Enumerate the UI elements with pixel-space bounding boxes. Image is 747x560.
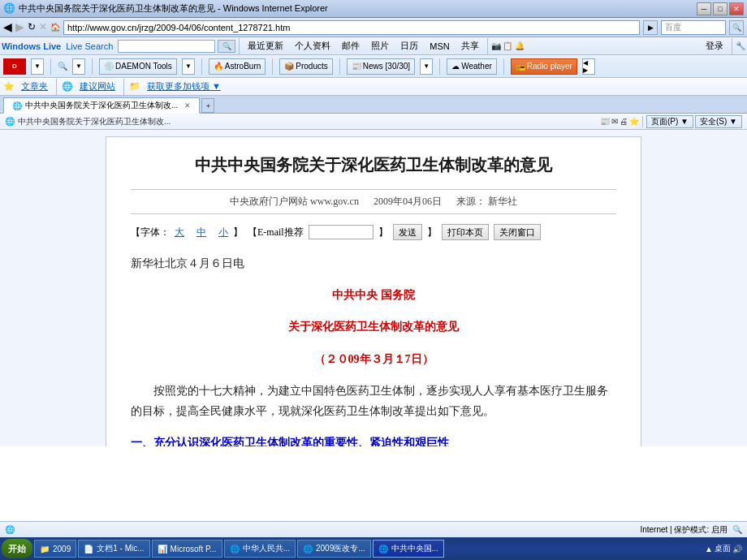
taskbar-item-ie1[interactable]: 🌐 中华人民共... (224, 540, 296, 558)
menu-mail[interactable]: 邮件 (337, 38, 365, 54)
refresh-icon[interactable]: ↻ (28, 21, 36, 33)
status-icon: 🌐 (5, 525, 15, 534)
maximize-button[interactable]: □ (713, 2, 728, 15)
live-search-button[interactable]: 🔍 (218, 40, 235, 53)
taskbar: 开始 📁 2009 📄 文档1 - Mic... 📊 Microsoft P..… (0, 537, 747, 560)
close-button[interactable]: ✕ (729, 2, 744, 15)
article-dispatch: 新华社北京４月６日电 (131, 253, 616, 274)
radio-dropdown[interactable]: ◀ ▶ (582, 58, 595, 75)
live-search-label: Live Search (66, 41, 113, 51)
menu-extra-icons: 🔧 (736, 41, 745, 50)
page-menu-button[interactable]: 页面(P) ▼ (646, 115, 693, 128)
taskbar-item-ppt[interactable]: 📊 Microsoft P... (152, 540, 222, 558)
font-small-link[interactable]: 小 (218, 226, 228, 239)
tray-arrow[interactable]: ▲ (705, 545, 713, 554)
menu-profile[interactable]: 个人资料 (290, 38, 335, 54)
window-controls[interactable]: ─ □ ✕ (697, 2, 744, 15)
search-dropdown[interactable]: ▼ (72, 58, 85, 75)
go-button[interactable]: ▶ (643, 20, 658, 35)
taskbar-item-folder[interactable]: 📁 2009 (34, 540, 76, 558)
bookmarks-folder[interactable]: 文章夹 (18, 80, 51, 93)
weather-button[interactable]: ☁ Weather (447, 58, 497, 75)
menu-icons: 📷 📋 🔔 (491, 41, 525, 50)
taskbar-item-ie3-active[interactable]: 🌐 中共中央国... (373, 540, 444, 558)
astroburn-button[interactable]: 🔥 AstroBurn (209, 58, 266, 75)
taskbar-item-ie2[interactable]: 🌐 2009医改专... (297, 540, 371, 558)
search-go-button[interactable]: 🔍 (729, 20, 744, 35)
print-button[interactable]: 打印本页 (442, 224, 489, 240)
article-tools: 【字体： 大 中 小 】 【E-mail推荐 】 发送 】 打印本页 关闭窗口 (131, 224, 616, 240)
print-icon[interactable]: 🖨 (620, 117, 628, 126)
start-button[interactable]: 开始 (2, 539, 32, 558)
taskbar-item-doc[interactable]: 📄 文档1 - Mic... (78, 540, 149, 558)
folder-icon: 📁 (129, 81, 140, 92)
tab-label: 中共中央国务院关于深化医药卫生体制改... (25, 100, 178, 111)
menu-calendar[interactable]: 日历 (395, 38, 423, 54)
new-tab-button[interactable]: + (201, 98, 214, 113)
active-tab[interactable]: 🌐 中共中央国务院关于深化医药卫生体制改... ✕ (3, 97, 200, 114)
article-title: 中共中央国务院关于深化医药卫生体制改革的意见 (131, 153, 616, 176)
info-bar: 🌐 中共中央国务院关于深化医药卫生体制改... 📰 ✉ 🖨 ⭐ 页面(P) ▼ … (0, 114, 747, 130)
article-meta: 中央政府门户网站 www.gov.cn 2009年04月06日 来源： 新华社 (131, 189, 616, 214)
radio-player-button[interactable]: 📻 Radio player (511, 58, 577, 75)
send-button[interactable]: 发送 (393, 224, 422, 240)
article-subtitle2: 关于深化医药卫生体制改革的意见 (131, 317, 616, 337)
menu-recent[interactable]: 最近更新 (243, 38, 288, 54)
close-window-button[interactable]: 关闭窗口 (494, 224, 541, 240)
addr-label: 🏠 (50, 23, 60, 32)
back-icon[interactable]: ◀ (3, 20, 12, 34)
task-ie1-icon: 🌐 (230, 545, 240, 554)
stop-icon[interactable]: ✕ (39, 21, 47, 33)
task-ppt-icon: 📊 (158, 545, 167, 554)
suggest-site[interactable]: 建议网站 (76, 80, 119, 93)
menu-login[interactable]: 登录 (701, 38, 728, 54)
bracket-close: 】 (378, 226, 388, 239)
news-button[interactable]: 📰 News [30/30] (347, 58, 415, 75)
menu-share[interactable]: 共享 (456, 38, 484, 54)
weather-icon: ☁ (451, 62, 460, 71)
task-doc-icon: 📄 (84, 545, 93, 554)
extra-toolbar: D ▼ 🔍 ▼ 💿 DAEMON Tools ▼ 🔥 AstroBurn 📦 P… (0, 55, 747, 78)
daemon-btn-dropdown[interactable]: ▼ (182, 58, 195, 75)
tab-close-button[interactable]: ✕ (184, 101, 191, 110)
star-icon[interactable]: ⭐ (629, 117, 639, 126)
safety-menu-button[interactable]: 安全(S) ▼ (695, 115, 742, 128)
window-title: 中共中央国务院关于深化医药卫生体制改革的意见 - Windows Interne… (19, 2, 697, 15)
rss-icon-small[interactable]: 📰 (600, 117, 610, 126)
address-input[interactable] (63, 20, 640, 35)
rss-icon: 📰 (352, 62, 361, 71)
daemon-icon: 💿 (104, 62, 114, 71)
daemon-tools-button[interactable]: 💿 DAEMON Tools (99, 58, 177, 75)
live-search-input[interactable] (118, 40, 215, 53)
page-title-bar: 中共中央国务院关于深化医药卫生体制改... (18, 116, 171, 127)
radio-icon: 📻 (516, 62, 525, 71)
menu-msn[interactable]: MSN (425, 40, 454, 53)
menu-photos[interactable]: 照片 (366, 38, 394, 54)
system-tray: ▲ 桌面 🔊 (702, 543, 745, 554)
page-icon: 🌐 (5, 117, 15, 126)
meta-source-label: 来源： (456, 196, 486, 207)
font-medium-link[interactable]: 中 (196, 226, 206, 239)
windows-live-logo: Windows Live (2, 41, 61, 51)
email-recommend-label: 【E-mail推荐 (248, 226, 304, 239)
bookmarks-icon: ⭐ (3, 81, 15, 92)
minimize-button[interactable]: ─ (697, 2, 711, 15)
news-dropdown[interactable]: ▼ (420, 58, 433, 75)
font-large-link[interactable]: 大 (175, 226, 184, 239)
tray-icon-small[interactable]: 🔊 (732, 545, 742, 554)
daemon-dropdown[interactable]: ▼ (31, 58, 44, 75)
tab-favicon: 🌐 (12, 101, 22, 110)
suggest-icon: 🌐 (62, 81, 73, 92)
more-addons[interactable]: 获取更多加钱项 ▼ (144, 80, 224, 93)
infobar-icons: 📰 ✉ 🖨 ⭐ 页面(P) ▼ 安全(S) ▼ (600, 115, 742, 128)
forward-icon[interactable]: ▶ (15, 20, 24, 34)
mail-icon[interactable]: ✉ (611, 117, 618, 126)
bookmarks-bar: ⭐ 文章夹 🌐 建议网站 📁 获取更多加钱项 ▼ (0, 78, 747, 96)
article-subtitle1: 中共中央 国务院 (131, 285, 616, 305)
email-input[interactable] (309, 225, 374, 239)
products-button[interactable]: 📦 Products (279, 58, 332, 75)
status-zone: Internet | 保护模式: 启用 🔍 (640, 524, 742, 536)
menubar: Windows Live Live Search 🔍 最近更新 个人资料 邮件 … (0, 37, 747, 55)
start-label: 开始 (8, 543, 26, 555)
article-para1: 按照党的十七大精神，为建立中国特色医药卫生体制，逐步实现人人享有基本医疗卫生服务… (131, 381, 616, 421)
